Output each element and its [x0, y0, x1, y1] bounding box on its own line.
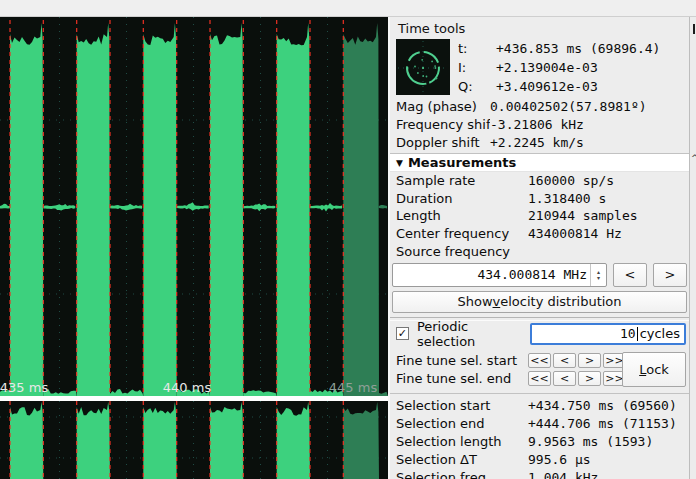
periodic-selection-row: ✓ Periodic selection 10 cycles [390, 322, 689, 346]
cursor-time-row: t: +436.853 ms (69896.4) [454, 39, 689, 58]
show-velocity-distribution-button[interactable]: Show velocity distribution [392, 291, 687, 313]
collapse-arrow-icon: ▼ [396, 158, 403, 168]
t-label: t: [458, 41, 496, 56]
clipped-text-fragment [693, 24, 695, 34]
time-tools-title: Time tools [390, 21, 689, 37]
selection-delta-t-row: Selection ΔT 995.6 µs [390, 451, 689, 469]
length-row: Length 210944 samples [390, 207, 689, 225]
time-tools-panel: Time tools t: +436.853 ms (69896.4) I: +… [388, 17, 689, 479]
selection-start-row: Selection start +434.750 ms (69560) [390, 397, 689, 415]
measurements-title: Measurements [408, 155, 516, 170]
spinbox-arrows[interactable]: ▴ ▾ [590, 264, 606, 286]
selection-length-row: Selection length 9.9563 ms (1593) [390, 433, 689, 451]
sample-rate-row: Sample rate 160000 sp/s [390, 172, 689, 190]
mag-phase-row: Mag (phase) 0.00402502(57.8981º) [390, 97, 689, 115]
end-step-back-fast-button[interactable]: << [528, 371, 551, 386]
frequency-value: 434.000814 MHz [393, 267, 590, 282]
separator-line [390, 393, 689, 394]
cursor-i-row: I: +2.139004e-03 [454, 58, 689, 77]
q-label: Q: [458, 79, 496, 94]
prev-frequency-button[interactable]: < [613, 263, 647, 287]
source-frequency-row: Source frequency [390, 242, 689, 260]
periodic-selection-checkbox[interactable]: ✓ [396, 327, 409, 340]
next-frequency-button[interactable]: > [653, 263, 687, 287]
start-step-back-fast-button[interactable]: << [528, 353, 551, 368]
iq-constellation-thumbnail [396, 39, 450, 95]
cycles-input[interactable]: 10 cycles [530, 323, 686, 345]
time-window: 435 ms440 ms445 ms Time tools t: +436.85… [0, 0, 696, 479]
partial-panel-sliver: ^ [689, 17, 696, 479]
start-step-back-button[interactable]: < [553, 353, 576, 368]
time-axis-label: 440 ms [163, 380, 212, 395]
center-frequency-row: Center frequency 434000814 Hz [390, 225, 689, 243]
check-icon: ✓ [398, 328, 407, 339]
waveform-display[interactable]: 435 ms440 ms445 ms [0, 17, 388, 479]
lock-button[interactable]: Lock [622, 352, 686, 387]
periodic-selection-label: Periodic selection [417, 319, 530, 349]
selection-end-row: Selection end +444.706 ms (71153) [390, 415, 689, 433]
time-axis-label: 445 ms [329, 380, 378, 395]
doppler-shift-row: Doppler shift +2.2245 km/s [390, 133, 689, 151]
i-value: +2.139004e-03 [496, 60, 689, 75]
text-cursor [637, 327, 638, 341]
panel-separator [0, 396, 388, 401]
spin-down-icon[interactable]: ▾ [597, 275, 600, 281]
start-step-forward-button[interactable]: > [578, 353, 601, 368]
i-label: I: [458, 60, 496, 75]
measurements-section-header[interactable]: ▼ Measurements [390, 153, 689, 172]
frequency-shift-row: Frequency shift -3.21806 kHz [390, 115, 689, 133]
t-value: +436.853 ms (69896.4) [496, 41, 689, 56]
time-axis-label: 435 ms [0, 380, 48, 395]
cycles-value: 10 [620, 326, 636, 341]
end-step-forward-button[interactable]: > [578, 371, 601, 386]
top-toolbar-strip [0, 0, 696, 17]
frequency-spinbox[interactable]: 434.000814 MHz ▴ ▾ [392, 263, 607, 287]
selection-freq-row: Selection freq 1.004 kHz [390, 469, 689, 479]
q-value: +3.409612e-03 [496, 79, 689, 94]
duration-row: Duration 1.318400 s [390, 190, 689, 208]
end-step-back-button[interactable]: < [553, 371, 576, 386]
scroll-up-icon[interactable]: ^ [691, 153, 696, 163]
waveform-svg[interactable]: 435 ms440 ms445 ms [0, 17, 388, 479]
cycles-suffix: cycles [640, 326, 680, 341]
cursor-q-row: Q: +3.409612e-03 [454, 77, 689, 96]
